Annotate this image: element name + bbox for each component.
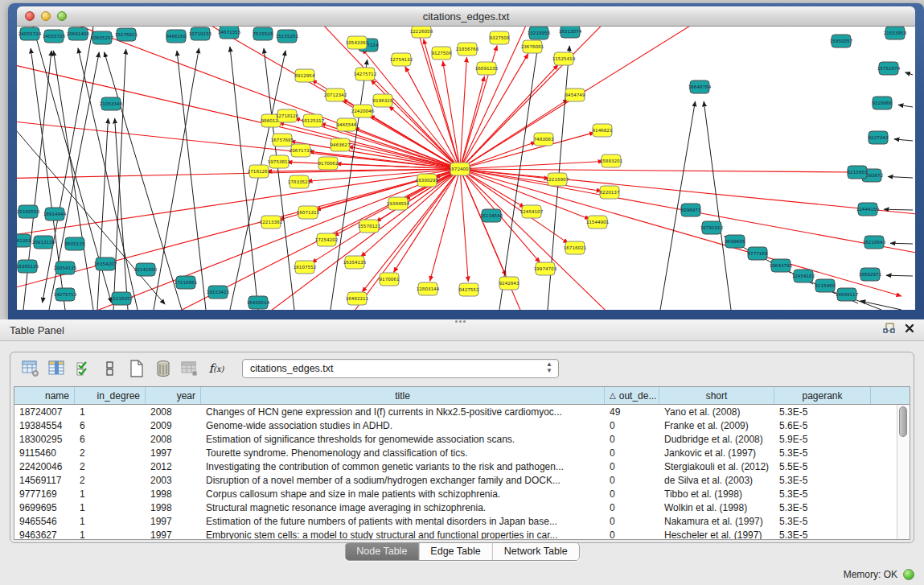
table-row[interactable]: 946554611997Estimation of the future num… (14, 514, 910, 528)
graph-node[interactable]: 17254202 (315, 233, 338, 246)
column-header-name[interactable]: name (14, 387, 75, 404)
cell-year[interactable]: 1998 (146, 501, 201, 514)
graph-node[interactable]: 16409514 (247, 296, 270, 309)
graph-node[interactable]: 20913139 (32, 236, 55, 249)
graph-node[interactable]: 9465546 (337, 118, 357, 131)
cell-pagerank[interactable]: 5.6E-5 (774, 418, 871, 432)
create-column-icon[interactable] (125, 357, 149, 380)
cell-name[interactable]: 14569117 (14, 473, 75, 487)
cell-pagerank[interactable]: 5.9E-5 (774, 432, 871, 446)
graph-node[interactable]: 9170061 (380, 273, 400, 286)
cell-year[interactable]: 1997 (146, 514, 201, 528)
cell-out_degree[interactable]: 0 (605, 514, 659, 528)
graph-node[interactable]: 20712342 (324, 89, 347, 101)
graph-node[interactable]: 16757685 (271, 134, 294, 146)
cell-out_degree[interactable]: 0 (605, 418, 659, 432)
cell-in_degree[interactable]: 1 (75, 501, 146, 514)
select-all-icon[interactable] (72, 357, 96, 380)
graph-node[interactable]: 21053346 (100, 97, 123, 110)
window-titlebar[interactable]: citations_edges.txt (17, 6, 915, 27)
cell-in_degree[interactable]: 1 (75, 528, 146, 540)
graph-node[interactable]: 18914944 (43, 208, 67, 220)
graph-node[interactable]: 8912954 (295, 69, 315, 82)
cell-out_degree[interactable]: 0 (605, 459, 659, 473)
graph-node[interactable]: 9329966 (873, 97, 893, 109)
graph-node[interactable]: 15134548 (480, 209, 503, 222)
table-row[interactable]: 911546021997Tourette syndrome. Phenomeno… (14, 446, 910, 459)
graph-node[interactable]: 22420046 (351, 105, 375, 117)
graph-node[interactable]: 12444159 (856, 203, 880, 216)
cell-in_degree[interactable]: 2 (75, 459, 146, 473)
cell-name[interactable]: 9777169 (14, 487, 75, 501)
cell-in_degree[interactable]: 2 (75, 446, 146, 459)
table-row[interactable]: 1872400712008Changes of HCN gene express… (14, 405, 910, 418)
cell-year[interactable]: 1997 (146, 446, 201, 459)
graph-node[interactable]: 10543382 (346, 36, 368, 49)
graph-node[interactable]: 12754132 (390, 53, 413, 66)
graph-node[interactable]: 15883201 (600, 154, 623, 167)
cell-pagerank[interactable]: 5.3E-5 (774, 405, 871, 418)
cell-title[interactable]: Estimation of the future numbers of pati… (201, 514, 605, 528)
cell-short[interactable]: Dudbridge et al. (2008) (659, 432, 774, 446)
graph-node[interactable]: 24055724 (18, 27, 42, 40)
tab-node-table[interactable]: Node Table (345, 543, 419, 560)
cell-short[interactable]: Franke et al. (2009) (659, 418, 774, 432)
cell-title[interactable]: Corpus callosum shape and size in male p… (201, 487, 605, 501)
graph-node[interactable]: 11525419 (552, 52, 576, 65)
cell-title[interactable]: Disruption of a novel member of a sodium… (201, 473, 605, 487)
cell-out_degree[interactable]: 49 (605, 405, 659, 418)
cell-in_degree[interactable]: 1 (75, 514, 146, 528)
graph-node[interactable]: 16462211 (346, 292, 369, 305)
graph-node[interactable]: 12454102 (792, 270, 815, 282)
column-header-pagerank[interactable]: pagerank (774, 387, 871, 404)
graph-node[interactable]: 8215955 (848, 166, 868, 179)
tab-edge-table[interactable]: Edge Table (419, 543, 492, 560)
cell-title[interactable]: Estimation of significance thresholds fo… (201, 432, 605, 446)
minimize-window-button[interactable] (41, 11, 51, 21)
table-settings-icon[interactable] (18, 357, 43, 380)
network-window[interactable]: citations_edges.txt 24055724140557262069… (8, 3, 924, 319)
graph-node[interactable]: 12213382 (260, 216, 282, 229)
cell-year[interactable]: 2012 (146, 459, 201, 473)
graph-node[interactable]: 15692971 (859, 268, 882, 281)
table-row[interactable]: 1938455462009Genome-wide association stu… (14, 418, 910, 432)
graph-node[interactable]: 19384554 (387, 197, 410, 210)
graph-node[interactable]: 20671733 (290, 144, 313, 157)
column-header-year[interactable]: year (146, 387, 201, 404)
graph-node[interactable]: 9242843 (499, 277, 519, 290)
cell-year[interactable]: 2008 (146, 405, 201, 418)
table-row[interactable]: 1830029562008Estimation of significance … (14, 432, 910, 446)
graph-node[interactable]: 14055726 (43, 30, 66, 43)
cell-out_degree[interactable]: 0 (605, 501, 659, 514)
graph-node[interactable]: 25160550 (17, 205, 40, 218)
table-row[interactable]: 1456911722003Disruption of a novel membe… (14, 473, 910, 487)
cell-pagerank[interactable]: 5.3E-5 (774, 487, 871, 501)
graph-node[interactable]: 8186328 (373, 94, 393, 107)
cell-pagerank[interactable]: 5.5E-5 (774, 459, 871, 473)
cell-name[interactable]: 9699695 (14, 501, 75, 514)
cell-pagerank[interactable]: 5.3E-5 (774, 514, 871, 528)
graph-node[interactable]: 14275713 (54, 288, 77, 301)
graph-node[interactable]: 8466160 (166, 30, 187, 43)
table-source-select[interactable]: citations_edges.txt ▲▼ (242, 359, 559, 378)
graph-node[interactable]: 11216357 (110, 292, 133, 305)
graph-node[interactable]: 7515526 (253, 27, 273, 40)
network-canvas[interactable]: 2405572414055726206914061065525715276021… (17, 27, 915, 310)
graph-node[interactable]: 14275712 (354, 68, 376, 80)
graph-node[interactable]: 9699695 (725, 235, 745, 248)
graph-node[interactable]: 19305135 (17, 260, 39, 273)
column-header-in_degree[interactable]: in_degree (75, 387, 146, 404)
graph-node[interactable]: 9463627 (331, 138, 351, 151)
cell-year[interactable]: 1997 (146, 528, 201, 540)
graph-node[interactable]: 9227343 (869, 131, 889, 144)
cell-out_degree[interactable]: 0 (605, 528, 659, 540)
tab-network-table[interactable]: Network Table (493, 543, 579, 560)
cell-out_degree[interactable]: 0 (605, 473, 659, 487)
graph-node[interactable]: 18643791 (770, 259, 793, 272)
graph-node[interactable]: 20054135 (54, 262, 77, 274)
close-panel-icon[interactable] (905, 323, 914, 333)
table-vertical-scrollbar[interactable] (897, 405, 910, 539)
cell-out_degree[interactable]: 0 (605, 432, 659, 446)
graph-node[interactable]: 9115460 (815, 279, 836, 292)
graph-node[interactable]: 9127508 (432, 47, 452, 60)
